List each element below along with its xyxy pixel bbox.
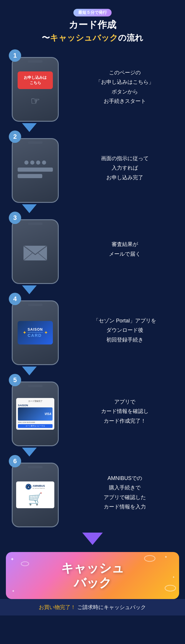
- card-name: CARD: [28, 333, 43, 338]
- envelope-icon: [22, 241, 48, 262]
- step-4-line3: 初回登録手続き: [70, 335, 179, 344]
- step-2-line2: 入力すれば: [70, 163, 179, 173]
- cashback-title: キャッシュ バック: [15, 561, 170, 591]
- shopping-cart-icon: 🛒: [28, 492, 43, 506]
- saison-star-left: ✦: [23, 330, 26, 335]
- step-3-phone: [12, 219, 59, 284]
- form-dots: [18, 160, 53, 165]
- saison-logo-inner: ✦ SAISON CARD ✦: [23, 327, 48, 338]
- step-1-line3: ボタンから: [70, 87, 179, 96]
- hand-icon: ☞: [31, 95, 40, 107]
- step-6-line1: AMNIBUSでの: [70, 474, 179, 483]
- step-4-phone: ✦ SAISON CARD ✦: [12, 300, 59, 365]
- step-5: 5 カード登録完了 SAISON VISA 4541 1234 5678 900…: [6, 377, 179, 446]
- title-suffix: の流れ: [118, 33, 143, 42]
- saison-logo: ✦ SAISON CARD ✦: [18, 321, 53, 344]
- form-line-1: [18, 168, 53, 172]
- step-2: 2 画面の指示に従って 入力すれば: [6, 133, 179, 203]
- step-5-line3: カード作成完了！: [70, 416, 179, 426]
- arrow-2: [6, 204, 179, 213]
- step-4-description: 「セゾン Portal」アプリを ダウンロード後 初回登録手続き: [65, 316, 179, 344]
- badge-label: 最短５分で発行: [73, 9, 112, 16]
- tilde: 〜: [42, 33, 50, 42]
- step-4: 4 ✦ SAISON CARD ✦: [6, 296, 179, 365]
- amnibus-text-area: AMNIBUS by arma bianca: [33, 484, 45, 489]
- step-1-description: このページの 「お申し込みはこちら」 ボタンから お手続きスタート: [65, 68, 179, 106]
- saison-text-group: SAISON CARD: [28, 327, 43, 338]
- step-6-line3: アプリで確認した: [70, 493, 179, 502]
- step-5-line2: カード情報を確認し: [70, 407, 179, 416]
- copy-card-btn[interactable]: カード番号をコピーする: [18, 424, 53, 428]
- final-arrow-section: [0, 530, 185, 546]
- step-3-line1: 審査結果が: [70, 240, 179, 249]
- apply-button-mockup: お申し込みはこちら: [18, 71, 53, 89]
- step-4-line2: ダウンロード後: [70, 325, 179, 335]
- cashback-section: ✦ ✦ ✦ ✦ キャッシュ バック: [6, 552, 179, 599]
- amnibus-screen: A AMNIBUS by arma bianca 🛒: [16, 481, 54, 508]
- cashback-line1: キャッシュ: [15, 561, 170, 576]
- dot-2: [30, 160, 34, 165]
- arrow-down-icon-5: [22, 448, 37, 456]
- step-6-line4: カード情報を入力: [70, 502, 179, 511]
- step-6-left: 6 A AMNIBUS: [6, 458, 65, 527]
- step-2-line1: 画面の指示に従って: [70, 154, 179, 163]
- step-3-left: 3: [6, 215, 65, 284]
- step-1-line4: お手続きスタート: [70, 96, 179, 106]
- step-1-wrapper: 1 お申し込みはこちら ☞ このページの 「お申し込みはこちら」 ボタンから お…: [6, 52, 179, 132]
- arrow-1: [6, 123, 179, 132]
- svg-point-5: [144, 556, 155, 561]
- arrow-3: [6, 285, 179, 294]
- saison-star-right: ✦: [44, 330, 48, 335]
- step-2-left: 2: [6, 133, 65, 203]
- card-screen: カード登録完了 SAISON VISA 4541 1234 5678 9000 …: [16, 398, 54, 430]
- step-1-left: 1 お申し込みはこちら ☞: [6, 52, 65, 122]
- step-6: 6 A AMNIBUS: [6, 458, 179, 527]
- dot-4: [42, 160, 46, 165]
- final-down-arrow-icon: [82, 533, 103, 545]
- step-3-description: 審査結果が メールで届く: [65, 240, 179, 259]
- step-3-wrapper: 3 審査結果が メールで届く: [6, 215, 179, 294]
- step-1-phone: お申し込みはこちら ☞: [12, 57, 59, 122]
- card-number-display: 4541 1234 5678 9000: [18, 421, 53, 423]
- arrow-down-icon-3: [22, 285, 37, 294]
- step-2-line3: お申し込み完了: [70, 173, 179, 182]
- arrow-5: [6, 448, 179, 456]
- form-line-2: [18, 174, 42, 178]
- saison-name: SAISON: [28, 327, 43, 332]
- dot-1: [24, 160, 28, 165]
- arrow-4: [6, 367, 179, 375]
- step-3-number: 3: [9, 212, 21, 224]
- amnibus-name: AMNIBUS: [33, 484, 45, 487]
- step-4-left: 4 ✦ SAISON CARD ✦: [6, 296, 65, 365]
- amnibus-icon: A: [26, 484, 31, 490]
- step-3: 3 審査結果が メールで届く: [6, 215, 179, 284]
- footer: お買い物完了！ ご請求時にキャッシュバック: [0, 599, 185, 615]
- step-5-left: 5 カード登録完了 SAISON VISA 4541 1234 5678 900…: [6, 377, 65, 446]
- card-screen-header-label: カード登録完了: [18, 400, 53, 403]
- dot-3: [36, 160, 40, 165]
- cashback-line2: バック: [15, 576, 170, 590]
- footer-part2: ご請求時にキャッシュバック: [76, 604, 146, 610]
- step-2-description: 画面の指示に従って 入力すれば お申し込み完了: [65, 154, 179, 182]
- virtual-card: VISA: [18, 407, 53, 421]
- step-4-line1: 「セゾン Portal」アプリを: [70, 316, 179, 325]
- step-3-line2: メールで届く: [70, 249, 179, 259]
- step-4-number: 4: [9, 293, 21, 305]
- step-5-number: 5: [9, 374, 21, 386]
- step-1-line2: 「お申し込みはこちら」: [70, 77, 179, 87]
- step-6-wrapper: 6 A AMNIBUS: [6, 458, 179, 527]
- saison-divider: [28, 332, 43, 332]
- step-6-number: 6: [9, 455, 21, 467]
- page-header: 最短５分で発行 カード作成 〜キャッシュバックの流れ: [0, 0, 185, 49]
- form-mockup: [18, 160, 53, 180]
- sparkle-1: ✦: [10, 556, 14, 562]
- steps-container: 1 お申し込みはこちら ☞ このページの 「お申し込みはこちら」 ボタンから お…: [0, 49, 185, 530]
- arrow-down-icon: [22, 123, 37, 132]
- footer-part1: お買い物完了！: [39, 604, 76, 610]
- visa-label: VISA: [45, 412, 51, 416]
- header-subtitle: 〜キャッシュバックの流れ: [6, 32, 179, 44]
- sparkle-3: ✦: [12, 589, 15, 593]
- sparkle-2: ✦: [164, 555, 167, 559]
- step-5-wrapper: 5 カード登録完了 SAISON VISA 4541 1234 5678 900…: [6, 377, 179, 456]
- step-1: 1 お申し込みはこちら ☞ このページの 「お申し込みはこちら」 ボタンから お…: [6, 52, 179, 122]
